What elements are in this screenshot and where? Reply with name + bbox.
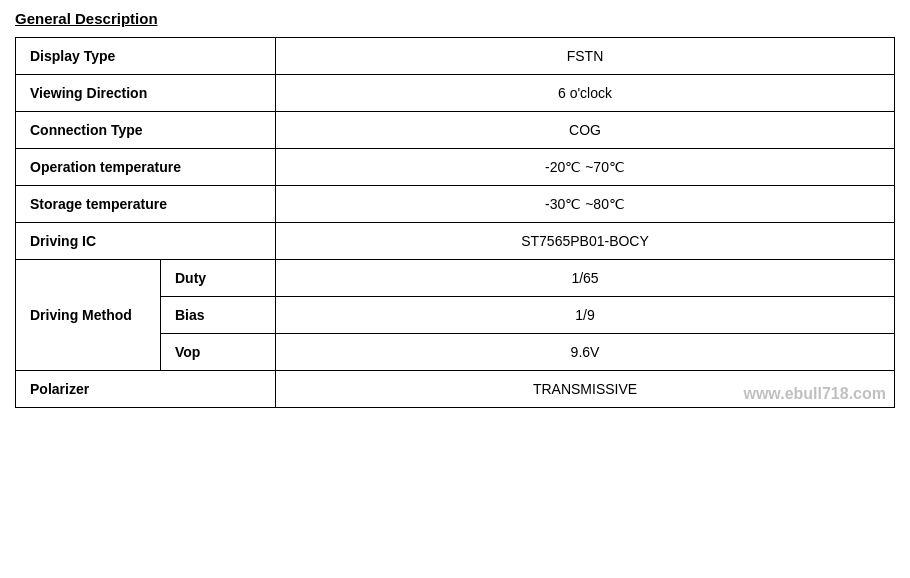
connection-type-value: COG (276, 112, 895, 149)
section-title: General Description (15, 10, 895, 27)
display-type-value: FSTN (276, 38, 895, 75)
polarizer-label: Polarizer (16, 371, 276, 408)
driving-bias-value: 1/9 (276, 297, 895, 334)
table-row: Driving IC ST7565PB01-BOCY (16, 223, 895, 260)
watermark-text: www.ebull718.com (743, 385, 886, 403)
operation-temp-value: -20℃ ~70℃ (276, 149, 895, 186)
storage-temp-value: -30℃ ~80℃ (276, 186, 895, 223)
driving-method-label: Driving Method (16, 260, 161, 371)
polarizer-value: TRANSMISSIVE www.ebull718.com (276, 371, 895, 408)
table-row-driving-duty: Driving Method Duty 1/65 (16, 260, 895, 297)
driving-vop-label: Vop (161, 334, 276, 371)
connection-type-label: Connection Type (16, 112, 276, 149)
table-row: Storage temperature -30℃ ~80℃ (16, 186, 895, 223)
driving-bias-label: Bias (161, 297, 276, 334)
driving-vop-value: 9.6V (276, 334, 895, 371)
table-row: Operation temperature -20℃ ~70℃ (16, 149, 895, 186)
driving-duty-label: Duty (161, 260, 276, 297)
display-type-label: Display Type (16, 38, 276, 75)
viewing-direction-value: 6 o'clock (276, 75, 895, 112)
operation-temp-label: Operation temperature (16, 149, 276, 186)
polarizer-value-text: TRANSMISSIVE (533, 381, 637, 397)
table-row: Connection Type COG (16, 112, 895, 149)
driving-ic-label: Driving IC (16, 223, 276, 260)
storage-temp-label: Storage temperature (16, 186, 276, 223)
driving-duty-value: 1/65 (276, 260, 895, 297)
table-row-polarizer: Polarizer TRANSMISSIVE www.ebull718.com (16, 371, 895, 408)
general-description-table: Display Type FSTN Viewing Direction 6 o'… (15, 37, 895, 408)
table-row: Viewing Direction 6 o'clock (16, 75, 895, 112)
viewing-direction-label: Viewing Direction (16, 75, 276, 112)
table-row: Display Type FSTN (16, 38, 895, 75)
driving-ic-value: ST7565PB01-BOCY (276, 223, 895, 260)
